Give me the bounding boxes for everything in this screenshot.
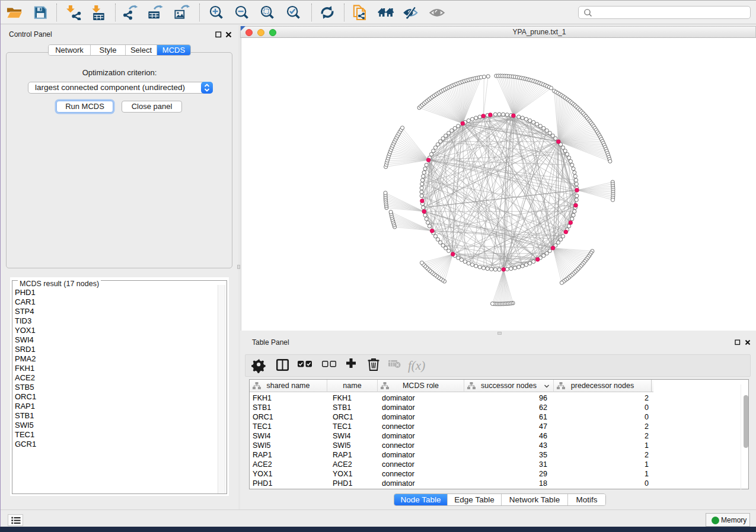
svg-text:f(x): f(x) — [408, 358, 425, 373]
